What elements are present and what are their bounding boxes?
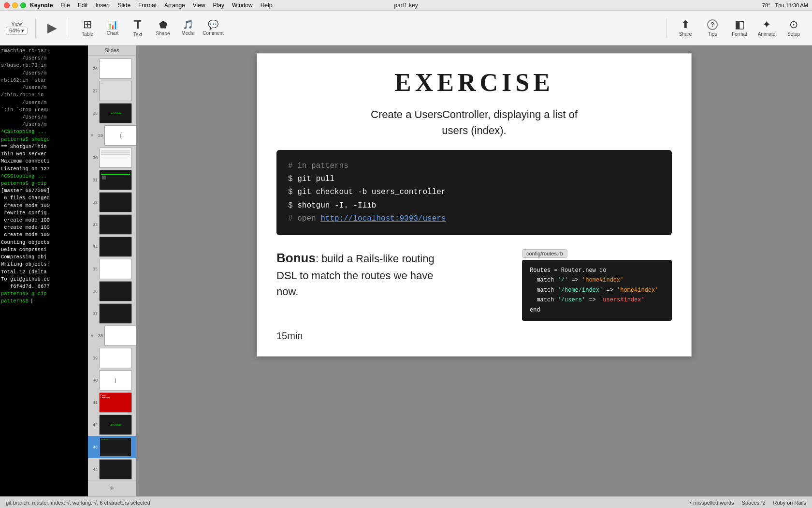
terminal-line: /Users/m [1, 70, 87, 77]
terminal-line: tmachine.rb:187: [1, 47, 87, 55]
comment-button[interactable]: 💬 Comment [201, 14, 226, 43]
slide-row[interactable]: 40 ) [88, 369, 136, 391]
setup-button[interactable]: ⊙ Setup [781, 14, 806, 43]
menu-view[interactable]: View [193, 2, 205, 9]
slide-title: EXERCISE [276, 68, 672, 97]
terminal-line: Writing objects: [1, 261, 87, 268]
datetime: Thu 11:30 AM [775, 2, 809, 8]
text-button[interactable]: T Text [125, 14, 150, 43]
bonus-section: Bonus: build a Rails-like routingDSL to … [276, 249, 672, 321]
chart-button[interactable]: 📊 Chart [100, 14, 125, 43]
slide-thumbnail: FrontController [99, 392, 132, 413]
menu-play[interactable]: Play [213, 2, 224, 9]
temperature: 78° [762, 2, 770, 8]
slide-row[interactable]: 44 [88, 458, 136, 480]
close-button[interactable] [4, 2, 10, 8]
slide-row[interactable]: ▼ 38 [88, 325, 136, 347]
animate-label: Animate [758, 31, 776, 37]
terminal-line: [master 6677009] [1, 187, 87, 194]
slide-number: 41 [90, 400, 98, 405]
slide-number: 39 [90, 356, 98, 360]
statusbar-git: git branch: master, index: √, working: √… [6, 500, 150, 506]
text-label: Text [133, 32, 142, 37]
toolbar-right: ⬆ Share ? Tips ◧ Format ✦ Animate ⊙ Setu… [663, 14, 806, 43]
slide-collapse-arrow: ▼ [90, 333, 94, 338]
slide-row[interactable]: 37 [88, 302, 136, 325]
chart-label: Chart [107, 30, 118, 36]
menubar-right: 78° Thu 11:30 AM [762, 2, 808, 8]
slide-row-active[interactable]: 43 EXERCISE [88, 436, 136, 458]
format-button[interactable]: ◧ Format [727, 14, 752, 43]
slide-canvas: EXERCISE Create a UsersController, displ… [257, 53, 692, 357]
slide-thumbnail [99, 348, 132, 368]
slide-thumbnail: ··· [99, 59, 132, 79]
tips-label: Tips [708, 31, 717, 37]
minimize-button[interactable] [12, 2, 18, 8]
view-control[interactable]: View 64% ▾ [6, 21, 28, 35]
tips-button[interactable]: ? Tips [700, 14, 725, 43]
menu-file[interactable]: File [60, 2, 70, 9]
terminal-line: rewrite config. [1, 209, 87, 217]
code-comment: # in patterns [288, 162, 348, 170]
toolbar-center: ⊞ Table 📊 Chart T Text ⬟ Shape 🎵 Media 💬… [75, 14, 226, 43]
bonus-code-block: Routes = Router.new do match '/' => 'hom… [522, 260, 672, 321]
slide-thumbnail: Let's Make [99, 103, 132, 123]
slide-row[interactable]: 32 [88, 191, 136, 213]
slide-row[interactable]: 30 [88, 147, 136, 169]
terminal-line: Thin web server [1, 150, 87, 158]
slide-number: 43 [90, 445, 98, 449]
slide-row[interactable]: 27 ▭▭ [88, 80, 136, 102]
slide-row[interactable]: 26 ··· [88, 58, 136, 80]
statusbar-misspelled: 7 misspelled words [689, 500, 734, 506]
shape-icon: ⬟ [159, 20, 167, 30]
slide-number: 33 [90, 222, 98, 227]
media-label: Media [181, 30, 194, 36]
slide-row[interactable]: 34 [88, 236, 136, 258]
menu-keynote[interactable]: Keynote [30, 2, 53, 9]
slide-row[interactable]: 35 [88, 258, 136, 280]
menu-slide[interactable]: Slide [117, 2, 130, 9]
slide-row[interactable]: ▼ 29 ( [88, 124, 136, 147]
slide-row[interactable]: 28 Let's Make [88, 102, 136, 124]
animate-button[interactable]: ✦ Animate [754, 14, 779, 43]
code-block: # in patterns $ git pull $ git checkout … [276, 150, 672, 235]
slide-thumbnail-active: EXERCISE [99, 437, 132, 457]
slide-thumbnail [99, 148, 132, 168]
terminal-line: Delta compressi [1, 246, 87, 254]
slide-number: 31 [90, 178, 98, 182]
add-slide-button[interactable]: + [88, 480, 136, 496]
terminal-line: `:in `<top (requ [1, 106, 87, 114]
slide-number: 30 [90, 155, 98, 160]
code-link[interactable]: http://localhost:9393/users [320, 214, 446, 223]
menubar: Keynote File Edit Insert Slide Format Ar… [0, 0, 812, 11]
menu-format[interactable]: Format [138, 2, 157, 9]
maximize-button[interactable] [20, 2, 26, 8]
media-icon: 🎵 [183, 20, 193, 29]
menu-edit[interactable]: Edit [78, 2, 88, 9]
slide-row[interactable]: 42 Let's Make [88, 414, 136, 436]
terminal-line: Total 12 (delta [1, 269, 87, 276]
terminal-line: create mode 100 [1, 224, 87, 231]
menu-window[interactable]: Window [232, 2, 253, 9]
slide-row[interactable]: 33 [88, 213, 136, 236]
shape-button[interactable]: ⬟ Shape [150, 14, 175, 43]
menu-arrange[interactable]: Arrange [164, 2, 185, 9]
slide-row[interactable]: 36 [88, 280, 136, 302]
slide-row[interactable]: 31 [88, 169, 136, 191]
menu-insert[interactable]: Insert [95, 2, 110, 9]
slide-thumbnail: ▭▭ [99, 81, 132, 101]
zoom-value[interactable]: 64% ▾ [6, 27, 28, 35]
play-button[interactable]: ▶ [47, 20, 57, 35]
slide-row[interactable]: 39 [88, 347, 136, 369]
slide-thumbnail [99, 192, 132, 212]
toolbar: View 64% ▾ ▶ ⊞ Table 📊 Chart T Text ⬟ Sh… [0, 11, 812, 45]
bonus-label: Bonus [276, 251, 316, 265]
share-button[interactable]: ⬆ Share [673, 14, 698, 43]
slide-row[interactable]: 41 FrontController [88, 391, 136, 414]
menu-help[interactable]: Help [261, 2, 273, 9]
terminal-line: create mode 100 [1, 231, 87, 239]
media-button[interactable]: 🎵 Media [175, 14, 201, 43]
table-button[interactable]: ⊞ Table [75, 14, 100, 43]
statusbar-spaces: Spaces: 2 [742, 500, 766, 506]
code-filename: config/routes.rb [522, 249, 567, 258]
